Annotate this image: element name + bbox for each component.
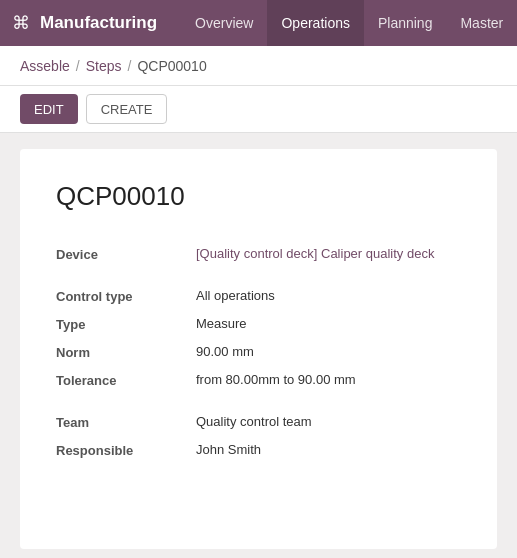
- field-row-tolerance: Tolerance from 80.00mm to 90.00 mm: [56, 366, 461, 394]
- type-value: Measure: [196, 316, 461, 331]
- fields-section: Device [Quality control deck] Caliper qu…: [56, 240, 461, 464]
- top-nav: ⌘ Manufacturing Overview Operations Plan…: [0, 0, 517, 46]
- edit-button[interactable]: EDIT: [20, 94, 78, 124]
- responsible-value: John Smith: [196, 442, 461, 457]
- breadcrumb-parent2[interactable]: Steps: [86, 58, 122, 74]
- team-label: Team: [56, 414, 196, 430]
- breadcrumb: Asseble / Steps / QCP00010: [0, 46, 517, 86]
- grid-icon[interactable]: ⌘: [12, 12, 30, 34]
- control-type-value: All operations: [196, 288, 461, 303]
- norm-value: 90.00 mm: [196, 344, 461, 359]
- app-brand: Manufacturing: [40, 13, 157, 33]
- nav-link-master[interactable]: Master: [446, 0, 517, 46]
- tolerance-label: Tolerance: [56, 372, 196, 388]
- breadcrumb-sep2: /: [128, 58, 132, 74]
- responsible-label: Responsible: [56, 442, 196, 458]
- record-title: QCP00010: [56, 181, 461, 212]
- field-row-norm: Norm 90.00 mm: [56, 338, 461, 366]
- nav-links: Overview Operations Planning Master: [181, 0, 517, 46]
- action-bar: EDIT CREATE: [0, 86, 517, 133]
- nav-link-operations[interactable]: Operations: [267, 0, 363, 46]
- field-row-device: Device [Quality control deck] Caliper qu…: [56, 240, 461, 268]
- field-row-responsible: Responsible John Smith: [56, 436, 461, 464]
- record-card: QCP00010 Device [Quality control deck] C…: [20, 149, 497, 549]
- breadcrumb-sep1: /: [76, 58, 80, 74]
- tolerance-value: from 80.00mm to 90.00 mm: [196, 372, 461, 387]
- team-value: Quality control team: [196, 414, 461, 429]
- breadcrumb-parent1[interactable]: Asseble: [20, 58, 70, 74]
- spacer-1: [56, 268, 461, 282]
- create-button[interactable]: CREATE: [86, 94, 168, 124]
- device-value[interactable]: [Quality control deck] Caliper quality d…: [196, 246, 461, 261]
- nav-link-overview[interactable]: Overview: [181, 0, 267, 46]
- field-row-type: Type Measure: [56, 310, 461, 338]
- control-type-label: Control type: [56, 288, 196, 304]
- type-label: Type: [56, 316, 196, 332]
- spacer-2: [56, 394, 461, 408]
- breadcrumb-current: QCP00010: [137, 58, 206, 74]
- field-row-team: Team Quality control team: [56, 408, 461, 436]
- nav-link-planning[interactable]: Planning: [364, 0, 447, 46]
- norm-label: Norm: [56, 344, 196, 360]
- device-label: Device: [56, 246, 196, 262]
- field-row-control-type: Control type All operations: [56, 282, 461, 310]
- main-content: QCP00010 Device [Quality control deck] C…: [0, 133, 517, 558]
